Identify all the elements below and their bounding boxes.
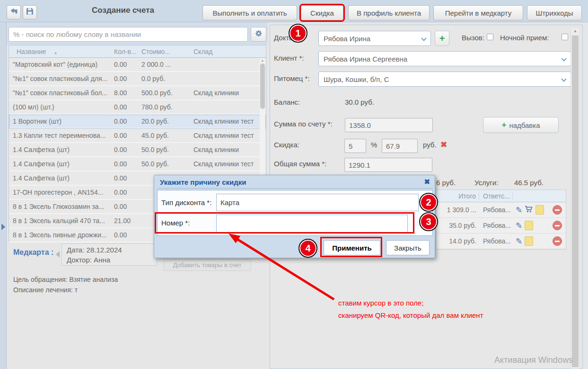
cart-icon[interactable] xyxy=(525,206,533,215)
table-row[interactable]: (100 мл) (шт.) 0.00 780.0 руб. xyxy=(9,100,266,115)
scroll-up-icon[interactable]: ▲ xyxy=(571,27,579,35)
doctor-select[interactable]: Рябова Ирина xyxy=(318,31,431,46)
client-select[interactable]: Рябова Ирина Сергеевна xyxy=(318,51,571,66)
client-label: Клиент *: xyxy=(274,54,304,62)
remove-item-icon[interactable] xyxy=(553,221,562,230)
discount-button[interactable]: Скидка xyxy=(301,5,343,20)
cell-product-qty: 0.00 xyxy=(110,160,138,168)
annotation-arrow xyxy=(218,227,341,306)
total-input[interactable] xyxy=(344,158,432,172)
execute-and-pay-button[interactable]: Выполнить и оплатить xyxy=(202,5,297,20)
expand-panel-arrow-icon[interactable] xyxy=(1,224,5,230)
discount-percent-input[interactable] xyxy=(344,139,366,153)
column-header-price[interactable]: Стоимо... xyxy=(138,48,190,55)
step-badge-2: 2 xyxy=(419,193,438,212)
note-icon[interactable] xyxy=(525,236,533,246)
back-arrow-icon xyxy=(10,8,18,17)
column-header-name[interactable]: Название ▲ xyxy=(9,48,110,55)
client-value: Рябова Ирина Сергеевна xyxy=(324,55,407,63)
client-profile-button[interactable]: В профиль клиента xyxy=(348,5,430,20)
gear-icon xyxy=(255,29,263,39)
pet-label: Питомец *: xyxy=(274,74,310,82)
table-row[interactable]: "№1" совок пластиковый бол... 8.00 500.0… xyxy=(9,86,266,100)
sort-ascending-icon: ▲ xyxy=(50,51,57,55)
cell-product-name: 1 Воротник (шт) xyxy=(9,117,110,125)
cell-product-qty: 0.00 xyxy=(110,174,138,182)
back-button[interactable] xyxy=(7,5,21,19)
page-scrollbar[interactable]: ▲ xyxy=(570,27,580,369)
save-floppy-icon xyxy=(26,8,34,17)
save-button[interactable] xyxy=(23,5,37,19)
invoice-item-row[interactable]: 14.0 руб. Рябова... ✎ xyxy=(436,234,566,249)
cell-product-qty: 8.00 xyxy=(110,89,138,97)
pet-select[interactable]: Шура, Кошки, б/п, С xyxy=(318,72,571,87)
cell-product-name: 8 в 1 Эксель пивные дрожжи... xyxy=(9,231,110,239)
chevron-down-icon xyxy=(561,56,566,61)
cell-product-qty: 0.00 xyxy=(110,132,138,139)
table-row[interactable]: 1.4 Салфетка (шт) 0.00 50.0 руб. Склад к… xyxy=(9,143,266,157)
cell-product-qty: 0.00 xyxy=(110,146,138,153)
medcard-visit-card[interactable]: Дата: 28.12.2024 Доктор: Анна xyxy=(61,243,157,266)
remove-item-icon[interactable] xyxy=(553,236,562,246)
scrollbar-thumb[interactable] xyxy=(572,36,579,367)
medcard-date: Дата: 28.12.2024 xyxy=(67,245,152,255)
remove-item-icon[interactable] xyxy=(553,205,562,215)
cell-product-qty: 0.00 xyxy=(110,231,138,239)
cell-product-price: 50.0 руб. xyxy=(138,160,190,168)
note-icon[interactable] xyxy=(525,221,533,230)
edit-pencil-icon[interactable]: ✎ xyxy=(516,236,522,246)
table-row[interactable]: 1.4 Салфетка (шт) 0.00 50.0 руб. Склад к… xyxy=(9,157,266,171)
discount-type-input[interactable] xyxy=(216,194,419,211)
edit-pencil-icon[interactable]: ✎ xyxy=(516,221,522,231)
discount-amount-input[interactable] xyxy=(382,139,418,153)
goods-sum-partial: 6 руб. xyxy=(436,179,456,187)
dialog-title: Укажите причину скидки xyxy=(160,178,246,186)
cell-product-name: (100 мл) (шт.) xyxy=(9,103,110,111)
note-icon[interactable] xyxy=(535,205,544,215)
discount-label: Скидка: xyxy=(274,141,299,149)
cell-item-responsible: Рябова... xyxy=(479,237,513,245)
chevron-down-icon xyxy=(421,36,426,41)
barcodes-button[interactable]: Штрихкоды xyxy=(527,5,582,20)
invoice-item-row[interactable]: 1 309.0 ... Рябова... ✎ xyxy=(436,202,566,218)
column-header-stock[interactable]: Склад xyxy=(190,48,266,55)
dialog-close-icon[interactable]: ✖ xyxy=(424,178,430,186)
close-button[interactable]: Закрыть xyxy=(386,240,430,255)
cell-product-qty: 0.00 xyxy=(110,75,138,82)
call-checkbox[interactable] xyxy=(487,34,493,40)
call-label: Вызов: xyxy=(462,34,484,42)
page-title: Создание счета xyxy=(71,6,175,15)
invoice-amount-input[interactable] xyxy=(345,118,433,132)
go-to-medcard-button[interactable]: Перейти в медкарту xyxy=(433,5,523,20)
cell-product-price: 50.0 руб. xyxy=(138,146,190,153)
column-header-qty[interactable]: Кол-в... xyxy=(110,48,138,55)
step-badge-1: 1 xyxy=(289,24,307,43)
add-doctor-button[interactable]: + xyxy=(435,31,449,46)
night-checkbox[interactable] xyxy=(562,34,568,40)
medcard-prev-arrow-icon[interactable] xyxy=(56,251,60,258)
table-row[interactable]: 1 Воротник (шт) 0.00 20.0 руб. Склад кли… xyxy=(9,115,266,129)
edit-pencil-icon[interactable]: ✎ xyxy=(516,205,522,215)
scrollbar-thumb[interactable] xyxy=(260,63,265,109)
product-search-input[interactable] xyxy=(9,27,248,42)
table-row[interactable]: 1.3 Капли тест переименова... 0.00 45.0 … xyxy=(9,129,266,143)
table-row[interactable]: "№1" совок пластиковый для... 0.00 0.0 р… xyxy=(9,72,266,86)
cell-product-stock: Склад клиники тест xyxy=(190,117,266,125)
surcharge-label: надбавка xyxy=(509,121,540,129)
cell-product-name: 1.4 Салфетка (шт) xyxy=(9,174,110,182)
invoice-item-row[interactable]: 35.0 руб. Рябова... ✎ xyxy=(436,218,566,234)
total-label: Общая сумма *: xyxy=(274,160,326,168)
cell-product-name: 1.4 Салфетка (шт) xyxy=(9,160,110,168)
search-settings-button[interactable] xyxy=(251,27,266,42)
column-header-responsible[interactable]: Ответс... xyxy=(479,192,513,200)
column-header-total[interactable]: Итого xyxy=(436,192,479,200)
cell-item-total: 35.0 руб. xyxy=(436,222,479,229)
cell-product-stock: Склад клиники тест xyxy=(190,132,266,139)
cell-product-price: 2 000.0 ... xyxy=(138,61,190,68)
table-row[interactable]: "Мартовский кот" (единица) 0.00 2 000.0 … xyxy=(9,58,266,72)
windows-activation-watermark: Активация Windows xyxy=(494,355,573,365)
scroll-up-icon[interactable]: ▲ xyxy=(260,58,265,63)
surcharge-button[interactable]: + надбавка xyxy=(483,117,559,133)
cell-item-responsible: Рябова... xyxy=(479,222,513,229)
remove-discount-icon[interactable]: ✖ xyxy=(440,140,447,150)
